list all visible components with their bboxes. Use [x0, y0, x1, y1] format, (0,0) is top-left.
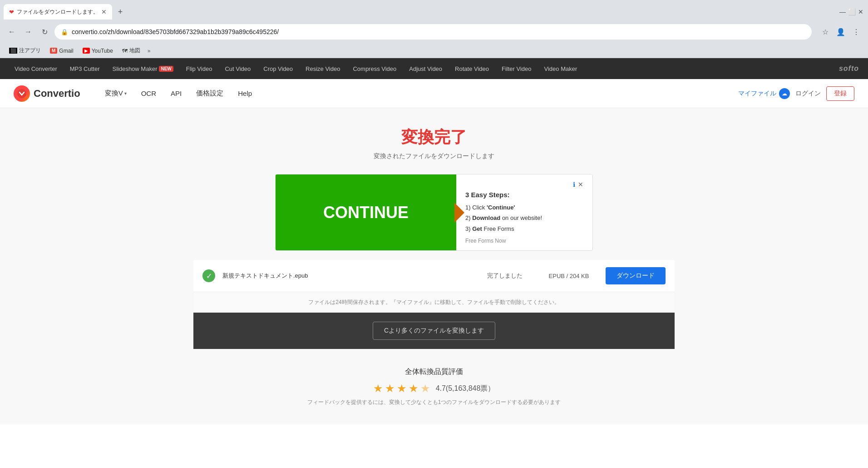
ad-panel: ℹ ✕ 3 Easy Steps: 1) Click 'Continue' 2)…	[456, 174, 592, 250]
ad-step-2: 2) Download on our website!	[465, 213, 583, 223]
top-nav-bar: Video Converter MP3 Cutter Slideshow Mak…	[0, 58, 868, 79]
nav-filter-video[interactable]: Filter Video	[496, 62, 537, 76]
nav-slideshow-maker[interactable]: Slideshow Maker NEW	[107, 62, 178, 76]
star-2: ★	[385, 382, 395, 395]
bookmark-youtube-label: YouTube	[92, 48, 113, 54]
tab-close-icon[interactable]: ✕	[101, 8, 107, 15]
download-button[interactable]: ダウンロード	[606, 267, 666, 284]
url-text: convertio.co/zh/download/83e5703bfd66732…	[72, 28, 805, 35]
bookmark-maps[interactable]: 🗺 地図	[118, 46, 144, 55]
rating-label: 全体転換品質評価	[9, 367, 859, 377]
bookmark-gmail[interactable]: M Gmail	[46, 47, 77, 55]
gmail-icon: M	[50, 48, 57, 54]
ad-source: Free Forms Now	[465, 238, 583, 244]
file-section: ✓ 新規テキストドキュメント.epub 完了しました EPUB / 204 KB…	[193, 260, 675, 313]
bookmark-apps-label: 注アプリ	[19, 47, 41, 55]
browser-tab-bar: ❤ ファイルをダウンロードします。 ✕ + — ⬜ ✕	[0, 0, 868, 20]
nav-flip-video[interactable]: Flip Video	[181, 62, 218, 76]
logo-text: Convertio	[34, 88, 80, 100]
ad-controls: ℹ ✕	[465, 181, 583, 188]
star-5: ★	[420, 382, 430, 395]
myfiles-cloud-icon: ☁	[779, 88, 790, 99]
star-icon[interactable]: ☆	[819, 25, 832, 38]
file-status: 完了しました	[478, 272, 532, 280]
profile-icon[interactable]: 👤	[834, 25, 847, 38]
continue-button[interactable]: CONTINUE	[276, 174, 456, 250]
browser-nav-bar: ← → ↻ 🔒 convertio.co/zh/download/83e5703…	[0, 20, 868, 44]
ad-title: 3 Easy Steps:	[465, 191, 583, 199]
browser-chrome: ❤ ファイルをダウンロードします。 ✕ + — ⬜ ✕ ← → ↻ 🔒 conv…	[0, 0, 868, 58]
ad-close-icon[interactable]: ✕	[578, 181, 583, 188]
new-tab-button[interactable]: +	[114, 5, 127, 18]
star-1: ★	[373, 382, 383, 395]
back-button[interactable]: ←	[5, 25, 18, 38]
tab-title: ファイルをダウンロードします。	[17, 8, 99, 16]
window-controls: — ⬜ ✕	[839, 8, 864, 15]
nav-compress-video[interactable]: Compress Video	[347, 62, 402, 76]
file-check-icon: ✓	[202, 269, 215, 282]
close-button[interactable]: ✕	[857, 8, 864, 15]
maps-icon: 🗺	[122, 48, 128, 54]
brand-softo: softo	[839, 65, 859, 73]
file-name: 新規テキストドキュメント.epub	[222, 272, 470, 280]
register-button[interactable]: 登録	[826, 86, 854, 101]
nav-pricing[interactable]: 価格設定	[190, 85, 230, 101]
menu-icon[interactable]: ⋮	[850, 25, 863, 38]
logo[interactable]: Convertio	[14, 85, 80, 102]
nav-help[interactable]: Help	[232, 86, 258, 101]
myfiles-button[interactable]: マイファイル ☁	[738, 88, 790, 99]
site-header: Convertio 変換V ▾ OCR API 価格設定 Help マイファイル…	[0, 79, 868, 108]
nav-ocr[interactable]: OCR	[135, 86, 163, 101]
address-bar[interactable]: 🔒 convertio.co/zh/download/83e5703bfd667…	[54, 24, 812, 40]
logo-icon	[14, 85, 30, 102]
nav-cut-video[interactable]: Cut Video	[219, 62, 256, 76]
bookmark-youtube[interactable]: ▶ YouTube	[79, 47, 117, 55]
minimize-button[interactable]: —	[839, 8, 846, 15]
apps-icon: ⬛	[9, 48, 17, 54]
login-link[interactable]: ログイン	[795, 90, 821, 98]
bookmarks-more[interactable]: »	[146, 47, 153, 55]
nav-adjust-video[interactable]: Adjust Video	[404, 62, 448, 76]
lock-icon: 🔒	[61, 29, 68, 35]
conversion-title: 変換完了	[401, 126, 467, 149]
file-row: ✓ 新規テキストドキュメント.epub 完了しました EPUB / 204 KB…	[193, 260, 675, 292]
ad-step-1: 1) Click 'Continue'	[465, 202, 583, 213]
ad-info-icon[interactable]: ℹ	[573, 181, 575, 188]
maximize-button[interactable]: ⬜	[848, 8, 855, 15]
ad-steps: 1) Click 'Continue' 2) Download on our w…	[465, 202, 583, 234]
bookmark-gmail-label: Gmail	[59, 48, 73, 54]
nav-resize-video[interactable]: Resize Video	[300, 62, 345, 76]
nav-api[interactable]: API	[164, 86, 188, 101]
star-3: ★	[397, 382, 407, 395]
rating-stars: ★ ★ ★ ★ ★ 4.7(5,163,848票）	[9, 382, 859, 395]
arrow-icon	[454, 203, 464, 223]
rating-feedback: フィードバックを提供するには、変換して少なくとも1つのファイルをダウンロードする…	[9, 398, 859, 406]
new-badge: NEW	[159, 66, 173, 72]
nav-crop-video[interactable]: Crop Video	[258, 62, 298, 76]
nav-video-maker[interactable]: Video Maker	[539, 62, 583, 76]
header-right: マイファイル ☁ ログイン 登録	[738, 86, 854, 101]
rating-value: 4.7(5,163,848票）	[436, 384, 495, 393]
myfiles-label: マイファイル	[738, 90, 776, 98]
browser-tab-active[interactable]: ❤ ファイルをダウンロードします。 ✕	[4, 4, 112, 20]
refresh-button[interactable]: ↻	[38, 25, 51, 38]
chevron-down-icon: ▾	[124, 91, 127, 96]
bookmark-apps[interactable]: ⬛ 注アプリ	[5, 46, 44, 55]
nav-convert[interactable]: 変換V ▾	[99, 85, 133, 101]
nav-rotate-video[interactable]: Rotate Video	[449, 62, 494, 76]
tab-favicon: ❤	[9, 9, 14, 15]
svg-point-0	[17, 89, 26, 98]
main-content: 変換完了 変換されたファイルをダウンロードします CONTINUE ℹ ✕ 3 …	[0, 108, 868, 424]
nav-mp3-cutter[interactable]: MP3 Cutter	[64, 62, 105, 76]
continue-ad-wrapper: CONTINUE ℹ ✕ 3 Easy Steps: 1) Click 'Con…	[275, 174, 593, 251]
ad-step-3: 3) Get Free Forms	[465, 224, 583, 234]
forward-button[interactable]: →	[22, 25, 35, 38]
header-nav: 変換V ▾ OCR API 価格設定 Help	[99, 85, 258, 101]
rating-section: 全体転換品質評価 ★ ★ ★ ★ ★ 4.7(5,163,848票） フィードバ…	[0, 349, 868, 424]
convert-more-button[interactable]: Cより多くのファイルを変換します	[373, 322, 495, 340]
bookmark-maps-label: 地図	[129, 47, 140, 55]
bookmarks-bar: ⬛ 注アプリ M Gmail ▶ YouTube 🗺 地図 »	[0, 44, 868, 58]
file-info-bar: ファイルは24時間保存されます。『マイファイル』に移動して、ファイルを手動で削除…	[193, 292, 675, 313]
nav-video-converter[interactable]: Video Converter	[9, 62, 63, 76]
convert-more-section: Cより多くのファイルを変換します	[193, 313, 675, 349]
